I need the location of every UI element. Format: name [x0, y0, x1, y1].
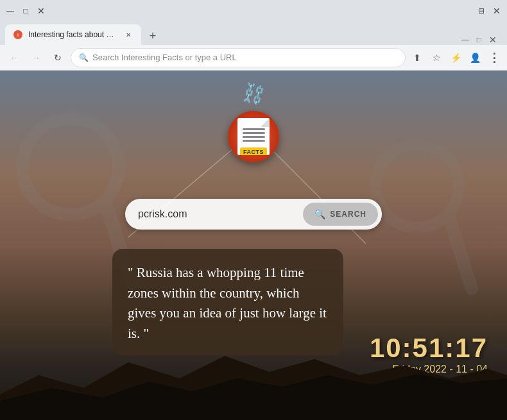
time-display: 10:51:17 [370, 333, 488, 364]
tab-favicon: i [13, 29, 23, 40]
page-content: ⛓️ FACTS 🔍 SEARCH " Russia has a [0, 71, 507, 420]
logo-lines [243, 128, 265, 142]
address-actions: ⬆ ☆ ⚡ 👤 ⋮ [409, 50, 502, 65]
tab-bar-close[interactable]: ✕ [489, 35, 497, 45]
search-btn-icon: 🔍 [314, 209, 326, 219]
browser-chrome: — □ ✕ ⊟ ✕ i Interesting facts about ever… [0, 0, 507, 71]
forward-button[interactable]: → [27, 49, 45, 67]
svg-line-5 [449, 218, 472, 289]
address-text: Search Interesting Facts or type a URL [92, 53, 397, 62]
date-display: Friday 2022 - 11 - 04 [370, 364, 488, 375]
new-tab-button[interactable]: + [144, 27, 162, 45]
maximize-btn[interactable]: □ [21, 6, 31, 15]
share-icon[interactable]: ⬆ [409, 50, 425, 65]
facts-badge: FACTS [240, 147, 267, 155]
address-search-icon: 🔍 [79, 53, 89, 62]
logo-line-3 [243, 136, 265, 138]
restore-btn[interactable]: ⊟ [476, 6, 486, 15]
search-button[interactable]: 🔍 SEARCH [303, 203, 378, 226]
tab-bar: i Interesting facts about everythin... ✕… [0, 22, 507, 45]
logo-paper: FACTS [237, 118, 270, 155]
window-close-btn[interactable]: ✕ [492, 6, 502, 16]
active-tab[interactable]: i Interesting facts about everythin... ✕ [5, 24, 141, 45]
address-bar[interactable]: 🔍 Search Interesting Facts or type a URL [71, 48, 406, 67]
datetime-area: 10:51:17 Friday 2022 - 11 - 04 [370, 333, 488, 375]
tab-bar-minimize[interactable]: — [461, 35, 469, 44]
forward-icon: → [31, 53, 40, 63]
search-bar[interactable]: 🔍 SEARCH [125, 199, 382, 230]
quote-box: " Russia has a whopping 11 time zones wi… [112, 249, 343, 355]
quote-text: " Russia has a whopping 11 time zones wi… [128, 263, 328, 344]
tab-title: Interesting facts about everythin... [28, 30, 118, 39]
watermark-right [366, 135, 481, 295]
refresh-icon: ↻ [54, 53, 62, 63]
logo-line-1 [243, 128, 265, 130]
menu-icon[interactable]: ⋮ [486, 50, 502, 65]
svg-text:i: i [17, 33, 19, 37]
search-area: 🔍 SEARCH [125, 199, 382, 230]
close-btn[interactable]: ✕ [36, 6, 46, 16]
tab-close-btn[interactable]: ✕ [123, 29, 133, 40]
back-icon: ← [10, 53, 19, 63]
tab-bar-restore[interactable]: □ [477, 35, 481, 44]
bookmark-icon[interactable]: ☆ [429, 50, 444, 65]
svg-point-2 [22, 119, 119, 215]
search-input[interactable] [138, 208, 303, 220]
logo-area: ⛓️ FACTS [228, 83, 279, 162]
title-bar: — □ ✕ ⊟ ✕ [0, 0, 507, 22]
svg-point-4 [375, 144, 459, 228]
minimize-btn[interactable]: — [5, 6, 15, 15]
refresh-button[interactable]: ↻ [49, 49, 67, 67]
address-bar-row: ← → ↻ 🔍 Search Interesting Facts or type… [0, 45, 507, 71]
logo-line-2 [243, 132, 265, 134]
chain-icon: ⛓️ [240, 81, 267, 107]
extensions-icon[interactable]: ⚡ [448, 50, 463, 65]
back-button[interactable]: ← [5, 49, 23, 67]
profile-icon[interactable]: 👤 [467, 50, 483, 65]
search-button-label: SEARCH [330, 210, 366, 219]
logo-circle: FACTS [228, 111, 279, 162]
svg-marker-9 [0, 374, 507, 420]
logo-line-4 [243, 140, 265, 142]
